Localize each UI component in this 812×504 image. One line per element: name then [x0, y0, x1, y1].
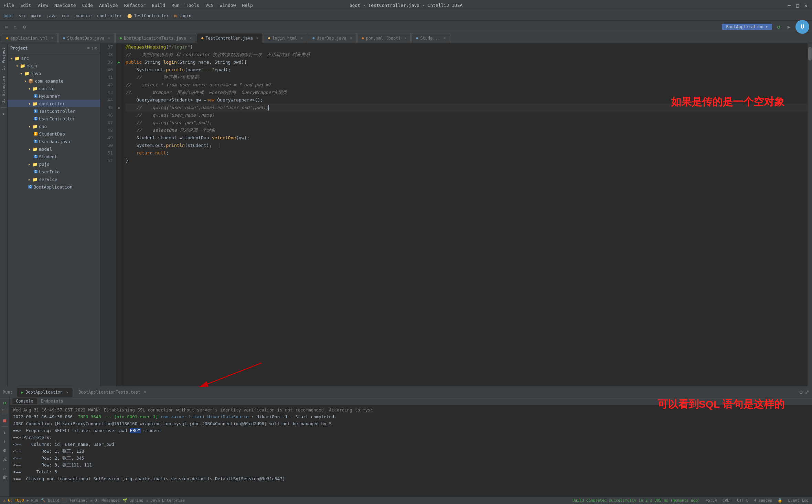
maximize-button[interactable]: □ [795, 3, 800, 8]
scroll-to-end-button[interactable]: ↓ [1, 429, 9, 436]
tree-item-model[interactable]: ▾ 📁 model [8, 145, 100, 153]
tree-item-controller[interactable]: ▾ 📁 controller [8, 100, 100, 107]
scrollbar-thumb[interactable] [808, 47, 812, 61]
tree-item-studentdao[interactable]: I StudentDao [8, 130, 100, 138]
print-button[interactable]: 🖨 [1, 455, 9, 463]
tab-pom-xml[interactable]: ● pom.xml (boot) × [357, 33, 411, 43]
run-status-tab[interactable]: ▶ Run [27, 498, 38, 503]
tree-item-main[interactable]: ▾ 📁 main [8, 62, 100, 69]
tab-close-icon[interactable]: × [404, 36, 407, 40]
tree-item-dao[interactable]: ▾ 📁 dao [8, 122, 100, 130]
tab-close-icon[interactable]: × [350, 36, 352, 40]
console-output[interactable]: Wed Aug 31 16:49:57 CST 2022 WARN: Estab… [10, 405, 812, 496]
menu-edit[interactable]: Edit [20, 3, 31, 8]
tab-close-icon[interactable]: × [190, 36, 192, 40]
menu-window[interactable]: Window [220, 3, 236, 8]
breadcrumb-src[interactable]: src [19, 13, 26, 18]
menu-help[interactable]: Help [242, 3, 253, 8]
tab-application-yml[interactable]: ● application.yml × [2, 33, 58, 43]
breadcrumb-testcontroller-name[interactable]: TestController [134, 13, 169, 18]
run-tab-bootapplication[interactable]: ▶ BootApplication × [17, 388, 73, 397]
toolbar-project-icon[interactable]: ⊞ [3, 23, 10, 31]
tree-item-bootapplication[interactable]: C BootApplication [8, 183, 100, 191]
breadcrumb-login[interactable]: login [179, 13, 191, 18]
menu-code[interactable]: Code [82, 3, 93, 8]
toolbar-sync-icon[interactable]: ⇅ [12, 23, 19, 31]
menu-file[interactable]: File [3, 3, 14, 8]
close-button[interactable]: ✕ [803, 3, 809, 8]
code-scroll[interactable]: 37 38 39 40 41 42 43 44 45 46 47 48 49 5… [100, 43, 812, 386]
tree-item-student[interactable]: C Student [8, 153, 100, 160]
menu-vcs[interactable]: VCS [205, 3, 213, 8]
tab-close-icon[interactable]: × [256, 36, 259, 40]
menu-run[interactable]: Run [171, 3, 179, 8]
menu-refactor[interactable]: Refactor [124, 3, 146, 8]
tree-item-userdao[interactable]: C UserDao.java [8, 138, 100, 145]
tree-item-usercontroller[interactable]: C UserController [8, 115, 100, 122]
event-log[interactable]: Event Log [788, 498, 809, 503]
run-settings-icon[interactable]: ⚙ [799, 389, 803, 395]
collapse-icon[interactable]: ≡ [87, 46, 89, 51]
menu-view[interactable]: View [38, 3, 48, 8]
terminal-tab[interactable]: ⬛ Terminal [62, 498, 87, 503]
console-tab[interactable]: Console [12, 398, 37, 404]
tree-item-userinfo[interactable]: C UserInfo [8, 168, 100, 175]
tab-close-icon[interactable]: × [51, 36, 53, 40]
tree-item-src[interactable]: ▸ 📁 src [8, 54, 100, 62]
menu-navigate[interactable]: Navigate [54, 3, 76, 8]
tab-userdao[interactable]: ● UserDao.java × [308, 33, 356, 43]
run-tab-close-icon[interactable]: × [66, 390, 68, 395]
tab-studentdao[interactable]: ● StudentDao.java × [58, 33, 115, 43]
spring-tab[interactable]: 🌱 Spring [122, 498, 143, 503]
breadcrumb-example[interactable]: example [74, 13, 92, 18]
refresh-icon[interactable]: ↺ [775, 23, 782, 31]
toolbar-settings-icon[interactable]: ⚙ [21, 23, 28, 31]
tree-item-pojo[interactable]: ▸ 📁 pojo [8, 160, 100, 168]
scroll-up-button[interactable]: ↑ [1, 438, 9, 445]
tab-close-icon[interactable]: × [301, 36, 303, 40]
menu-tools[interactable]: Tools [186, 3, 199, 8]
menu-build[interactable]: Build [152, 3, 165, 8]
breadcrumb-testcontroller[interactable]: ⬤ [127, 13, 132, 18]
breadcrumb-com[interactable]: com [62, 13, 69, 18]
sidebar-project-label[interactable]: 1: Project [1, 45, 7, 73]
todo-tab[interactable]: ⚠ 6: TODO [3, 498, 24, 503]
tab-testcontroller[interactable]: ● TestController.java × [197, 33, 263, 43]
tree-item-testcontroller[interactable]: C TestController [8, 107, 100, 115]
run-expand-icon[interactable]: ⤢ [805, 389, 809, 395]
tree-item-myrunner[interactable]: C MyRunner [8, 92, 100, 100]
breadcrumb-controller[interactable]: controller [97, 13, 122, 18]
run-button[interactable]: ▶ [785, 23, 793, 31]
tree-item-com-example[interactable]: ▾ 📦 com.example [8, 77, 100, 85]
menu-analyze[interactable]: Analyze [99, 3, 118, 8]
java-enterprise-tab[interactable]: ☕ Java Enterprise [146, 498, 185, 503]
clear-button[interactable]: 🗑 [1, 473, 9, 481]
favorites-icon[interactable]: ★ [1, 109, 7, 118]
breadcrumb-java[interactable]: java [46, 13, 56, 18]
rerun-button[interactable]: ↺ [1, 399, 9, 406]
breadcrumb-boot[interactable]: boot [3, 13, 13, 18]
messages-tab[interactable]: ✉ 0: Messages [90, 498, 120, 503]
run-tab-tests[interactable]: BootApplicationTests.test × [74, 388, 150, 397]
build-tab[interactable]: 🔨 Build [41, 498, 60, 503]
breadcrumb-main[interactable]: main [31, 13, 41, 18]
stop-button[interactable]: ⬛ [1, 408, 9, 415]
tab-close-icon[interactable]: × [108, 36, 110, 40]
word-wrap-button[interactable]: ↵ [1, 464, 9, 472]
tree-item-java[interactable]: ▾ 📁 java [8, 69, 100, 77]
settings-button[interactable]: ⚙ [1, 447, 9, 454]
scrollbar[interactable] [807, 43, 812, 386]
stop-red-button[interactable]: ■ [1, 417, 9, 424]
tree-item-config[interactable]: ▾ 📁 config [8, 85, 100, 92]
tab-login-html[interactable]: ● login.html × [264, 33, 307, 43]
run-config-dropdown[interactable]: BootApplication ▾ [722, 24, 772, 30]
minimize-button[interactable]: ─ [787, 3, 792, 8]
code-content[interactable]: @RequestMapping("/login") // 页面传值得名称 和 c… [122, 43, 812, 386]
tab-bootapplicationtests[interactable]: ● BootApplicationTests.java × [115, 33, 196, 43]
tree-item-service[interactable]: ▸ 📁 service [8, 175, 100, 183]
run-test-close-icon[interactable]: × [144, 390, 147, 394]
tab-close-icon[interactable]: × [444, 36, 446, 40]
settings-icon[interactable]: ⚙ [95, 46, 97, 51]
tab-student[interactable]: ● Stude... × [412, 33, 450, 43]
sidebar-structure-label[interactable]: 2: Structure [1, 73, 7, 106]
